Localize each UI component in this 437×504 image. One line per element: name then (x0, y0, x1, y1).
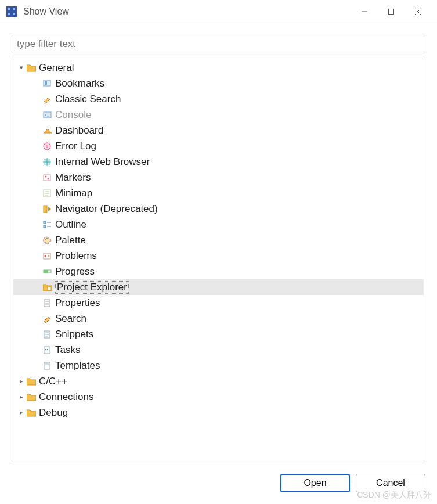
tree-folder-label: C/C++ (39, 376, 67, 387)
tree-item-label: Dashboard (55, 125, 103, 136)
tree-item-navigator[interactable]: Navigator (Deprecated) (13, 201, 424, 217)
bookmarks-icon (42, 78, 53, 89)
svg-rect-30 (44, 270, 48, 273)
tree-item-label: Palette (55, 235, 86, 246)
tree-item-internal-web-browser[interactable]: Internal Web Browser (13, 154, 424, 170)
svg-point-28 (48, 255, 50, 257)
svg-point-12 (45, 175, 47, 177)
dialog-content: ▾ General Bookmarks Classic Search Conso… (0, 23, 437, 504)
svg-rect-20 (44, 225, 46, 228)
svg-rect-11 (44, 175, 50, 181)
properties-icon (42, 298, 53, 308)
tree-item-label: Project Explorer (55, 281, 129, 294)
tree-item-bookmarks[interactable]: Bookmarks (13, 75, 424, 91)
progress-icon (42, 267, 53, 277)
svg-rect-39 (45, 363, 49, 365)
tree-item-label: Internal Web Browser (55, 156, 150, 168)
markers-icon (42, 172, 53, 183)
dialog-buttons: Open Cancel (12, 462, 425, 492)
tree-folder-debug[interactable]: ▸ Debug (13, 405, 424, 420)
title-bar: Show View (0, 0, 437, 23)
tree-item-label: Progress (55, 266, 95, 278)
svg-rect-0 (6, 6, 17, 17)
maximize-button[interactable] (378, 0, 405, 23)
dashboard-icon (42, 125, 53, 136)
tree-item-snippets[interactable]: Snippets (13, 326, 424, 342)
open-button[interactable]: Open (280, 474, 350, 492)
navigator-icon (42, 204, 53, 214)
view-tree[interactable]: ▾ General Bookmarks Classic Search Conso… (12, 57, 425, 462)
tree-item-label: Search (55, 313, 86, 325)
svg-rect-38 (44, 362, 50, 369)
chevron-right-icon: ▸ (17, 393, 26, 401)
tree-item-label: Minimap (55, 188, 92, 199)
svg-rect-37 (44, 347, 50, 354)
tree-item-label: Outline (55, 219, 86, 231)
minimize-button[interactable] (351, 0, 378, 23)
tree-item-outline[interactable]: Outline (13, 217, 424, 232)
tree-item-dashboard[interactable]: Dashboard (13, 123, 424, 138)
folder-icon (26, 408, 37, 418)
tree-item-label: Templates (55, 360, 100, 372)
tree-item-palette[interactable]: Palette (13, 232, 424, 248)
tree-item-label: Console (55, 109, 91, 121)
window-controls (351, 0, 431, 23)
problems-icon (42, 251, 53, 261)
tree-item-label: Bookmarks (55, 78, 104, 89)
tree-item-project-explorer[interactable]: Project Explorer (13, 279, 424, 295)
filter-input[interactable] (12, 35, 425, 53)
cancel-button[interactable]: Cancel (356, 474, 425, 492)
tree-item-label: Problems (55, 250, 97, 262)
tree-item-properties[interactable]: Properties (13, 295, 424, 311)
tree-item-problems[interactable]: Problems (13, 248, 424, 264)
svg-point-25 (45, 242, 46, 243)
svg-point-24 (46, 237, 48, 239)
tree-item-label: Tasks (55, 344, 80, 356)
error-log-icon: ! (42, 141, 53, 152)
minimap-icon (42, 188, 53, 199)
flashlight-icon (42, 314, 53, 324)
tree-item-label: Navigator (Deprecated) (55, 203, 158, 215)
folder-icon (26, 63, 37, 73)
chevron-down-icon: ▾ (17, 64, 26, 71)
tree-folder-label: Connections (39, 391, 94, 403)
chevron-right-icon: ▸ (17, 377, 26, 385)
app-icon (6, 6, 17, 17)
tree-item-markers[interactable]: Markers (13, 170, 424, 185)
tree-item-classic-search[interactable]: Classic Search (13, 91, 424, 107)
svg-rect-6 (45, 81, 47, 85)
tree-folder-label: Debug (39, 407, 68, 419)
chevron-right-icon: ▸ (17, 409, 26, 416)
globe-icon (42, 157, 53, 167)
svg-rect-19 (44, 221, 46, 224)
snippets-icon (42, 329, 53, 340)
svg-rect-7 (44, 112, 51, 118)
tree-item-tasks[interactable]: Tasks (13, 342, 424, 358)
tree-item-error-log[interactable]: ! Error Log (13, 138, 424, 154)
tree-item-label: Classic Search (55, 93, 121, 105)
flashlight-icon (42, 94, 53, 105)
tree-item-console[interactable]: Console (13, 107, 424, 123)
templates-icon (42, 361, 53, 371)
tree-item-progress[interactable]: Progress (13, 264, 424, 279)
tree-folder-general[interactable]: ▾ General (13, 60, 424, 75)
svg-rect-18 (44, 206, 47, 213)
tree-folder-connections[interactable]: ▸ Connections (13, 389, 424, 405)
svg-point-23 (45, 239, 46, 240)
tree-item-label: Snippets (55, 329, 93, 340)
folder-icon (26, 376, 37, 387)
svg-text:!: ! (46, 143, 48, 149)
palette-icon (42, 235, 53, 246)
tree-item-templates[interactable]: Templates (13, 358, 424, 373)
tree-folder-cpp[interactable]: ▸ C/C++ (13, 373, 424, 389)
svg-point-13 (48, 178, 49, 179)
tree-folder-label: General (39, 62, 74, 74)
tree-item-label: Error Log (55, 141, 96, 152)
console-icon (42, 110, 53, 120)
tree-item-search[interactable]: Search (13, 311, 424, 326)
close-button[interactable] (405, 0, 431, 23)
tree-item-minimap[interactable]: Minimap (13, 185, 424, 201)
svg-point-27 (45, 255, 46, 257)
folder-icon (26, 392, 37, 402)
outline-icon (42, 219, 53, 230)
